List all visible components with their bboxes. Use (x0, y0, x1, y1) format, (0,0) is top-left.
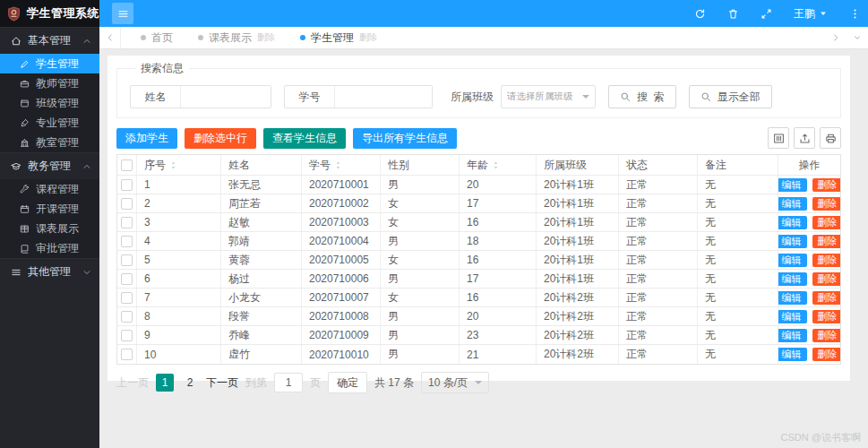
sidebar-section-header[interactable]: 教务管理 (0, 153, 99, 179)
page-button[interactable]: 2 (181, 374, 199, 392)
row-checkbox[interactable] (121, 198, 133, 210)
edit-button[interactable]: 编辑 (778, 197, 807, 211)
edit-button[interactable]: 编辑 (778, 235, 807, 248)
name-input[interactable] (181, 86, 271, 108)
sort-icon[interactable] (334, 161, 342, 169)
delete-button[interactable]: 删除 (812, 216, 841, 229)
select-all-checkbox[interactable] (121, 159, 133, 171)
row-checkbox[interactable] (121, 273, 133, 285)
table-cell: 男 (388, 234, 399, 249)
tabs-scroll-left-button[interactable] (99, 27, 121, 48)
toolbar-button[interactable]: 导出所有学生信息 (353, 128, 457, 149)
edit-button[interactable]: 编辑 (778, 216, 807, 229)
sidebar-item[interactable]: 学生管理 (0, 54, 99, 73)
show-all-button[interactable]: 显示全部 (689, 85, 772, 108)
edit-button[interactable]: 编辑 (778, 348, 807, 361)
delete-button[interactable]: 删除 (812, 178, 841, 192)
tabs-scroll-right-button[interactable] (825, 27, 847, 48)
refresh-icon[interactable] (694, 8, 706, 20)
delete-button[interactable]: 删除 (812, 348, 841, 361)
edit-button[interactable]: 编辑 (778, 178, 807, 192)
tab-close-button[interactable]: 删除 (359, 31, 377, 44)
toolbar-button[interactable]: 查看学生信息 (263, 128, 346, 149)
search-button[interactable]: 搜 索 (608, 85, 676, 108)
delete-button[interactable]: 删除 (812, 254, 841, 267)
edit-button[interactable]: 编辑 (778, 254, 807, 267)
sidebar-item[interactable]: 课程管理 (0, 179, 99, 199)
sidebar-section-label: 教务管理 (28, 159, 71, 174)
sidebar-toggle-button[interactable] (112, 3, 133, 24)
class-select[interactable]: 请选择所属班级 (501, 85, 596, 108)
row-checkbox[interactable] (121, 330, 133, 341)
sidebar-item[interactable]: 教室管理 (0, 133, 99, 152)
delete-button[interactable]: 删除 (812, 197, 841, 211)
table-cell: 2 (144, 197, 150, 210)
tab-dot (141, 35, 146, 40)
toolbar-button[interactable]: 删除选中行 (185, 128, 256, 149)
sort-icon[interactable] (492, 161, 500, 169)
row-checkbox[interactable] (121, 292, 133, 304)
delete-button[interactable]: 删除 (812, 310, 841, 323)
edit-button[interactable]: 编辑 (778, 329, 807, 342)
user-menu[interactable]: 王鹏 (794, 6, 828, 22)
table-cell: 8 (144, 310, 150, 323)
delete-button[interactable]: 删除 (812, 272, 841, 286)
sidebar-item[interactable]: 开课管理 (0, 199, 99, 219)
table-cell: 20计科2班 (544, 328, 594, 343)
row-checkbox[interactable] (121, 254, 133, 266)
row-checkbox[interactable] (121, 349, 133, 360)
tab-label: 课表展示 (209, 30, 252, 46)
sidebar-item[interactable]: 班级管理 (0, 93, 99, 113)
student-id-input[interactable] (335, 86, 432, 108)
prev-page-button[interactable]: 上一页 (116, 375, 149, 391)
school-badge-icon (6, 6, 21, 22)
table-cell: 2020710007 (309, 291, 369, 304)
tab[interactable]: 首页 (128, 27, 185, 48)
edit-button[interactable]: 编辑 (778, 310, 807, 323)
page-button[interactable]: 1 (156, 374, 174, 392)
table-toolbar: 添加学生删除选中行查看学生信息导出所有学生信息 (116, 127, 841, 149)
page-size-value: 10 条/页 (428, 375, 468, 391)
sidebar-item[interactable]: 课表展示 (0, 219, 99, 238)
toolbar-button[interactable]: 添加学生 (116, 128, 177, 149)
edit-button[interactable]: 编辑 (778, 272, 807, 286)
columns-filter-icon (773, 133, 785, 144)
row-checkbox[interactable] (121, 311, 133, 323)
home-icon (11, 36, 21, 47)
sidebar-item[interactable]: 专业管理 (0, 113, 99, 133)
sidebar-section-header[interactable]: 基本管理 (0, 28, 99, 54)
total-count-label: 共 17 条 (374, 375, 414, 391)
print-button[interactable] (820, 127, 841, 149)
next-page-button[interactable]: 下一页 (206, 375, 238, 391)
edit-button[interactable]: 编辑 (778, 291, 807, 305)
delete-button[interactable]: 删除 (812, 329, 841, 342)
tab-close-button[interactable]: 删除 (257, 31, 275, 44)
sidebar-item[interactable]: 教师管理 (0, 73, 99, 93)
table-cell: 无 (705, 309, 716, 324)
tab-dot (300, 35, 305, 40)
class-select-label: 所属班级 (451, 90, 494, 105)
fullscreen-icon[interactable] (761, 8, 772, 20)
sidebar-section-header[interactable]: 其他管理 (0, 259, 99, 285)
export-button[interactable] (794, 127, 815, 149)
sort-icon[interactable] (169, 161, 177, 169)
clear-cache-icon[interactable] (727, 8, 739, 20)
more-menu-icon[interactable] (849, 8, 861, 20)
delete-button[interactable]: 删除 (812, 291, 841, 305)
goto-confirm-button[interactable]: 确定 (328, 372, 367, 393)
goto-page-input[interactable] (274, 373, 303, 392)
row-checkbox[interactable] (121, 179, 133, 191)
tab[interactable]: 课表展示删除 (185, 27, 288, 48)
delete-button[interactable]: 删除 (812, 235, 841, 248)
table-cell: 7 (144, 291, 150, 304)
sidebar-item[interactable]: 审批管理 (0, 238, 99, 258)
tab[interactable]: 学生管理删除 (288, 27, 390, 48)
search-icon (620, 91, 631, 102)
tabs-menu-button[interactable] (847, 27, 868, 48)
name-field-group: 姓名 (130, 85, 271, 108)
row-checkbox[interactable] (121, 236, 133, 247)
page-size-select[interactable]: 10 条/页 (421, 372, 489, 393)
row-checkbox[interactable] (121, 217, 133, 228)
columns-filter-button[interactable] (768, 127, 789, 149)
app-logo[interactable]: 学生管理系统 (0, 0, 99, 27)
